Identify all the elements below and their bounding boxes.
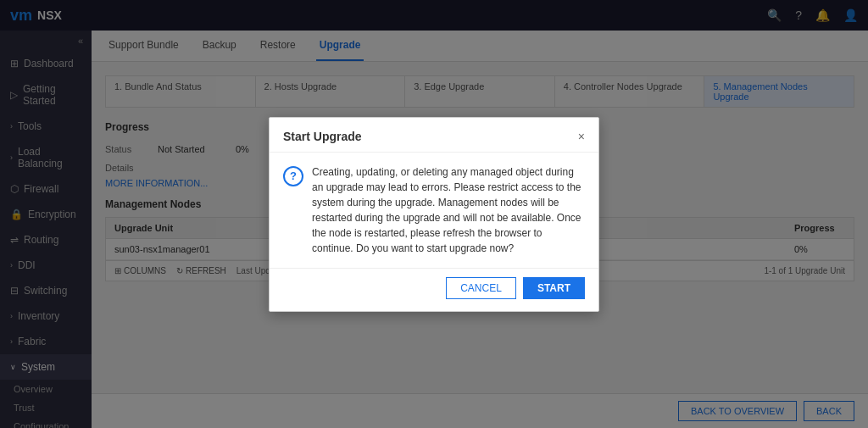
- cancel-button[interactable]: CANCEL: [446, 277, 516, 299]
- dialog-title: Start Upgrade: [283, 130, 362, 143]
- dialog-close-button[interactable]: ×: [578, 130, 585, 143]
- dialog-message: Creating, updating, or deleting any mana…: [312, 164, 585, 256]
- question-icon: ?: [283, 166, 303, 186]
- modal-overlay: Start Upgrade × ? Creating, updating, or…: [0, 0, 868, 428]
- dialog-body: ? Creating, updating, or deleting any ma…: [270, 153, 598, 268]
- start-upgrade-dialog: Start Upgrade × ? Creating, updating, or…: [269, 117, 599, 312]
- dialog-start-button[interactable]: START: [523, 277, 585, 299]
- dialog-header: Start Upgrade ×: [270, 118, 598, 153]
- dialog-footer: CANCEL START: [270, 268, 598, 311]
- question-mark: ?: [290, 170, 297, 182]
